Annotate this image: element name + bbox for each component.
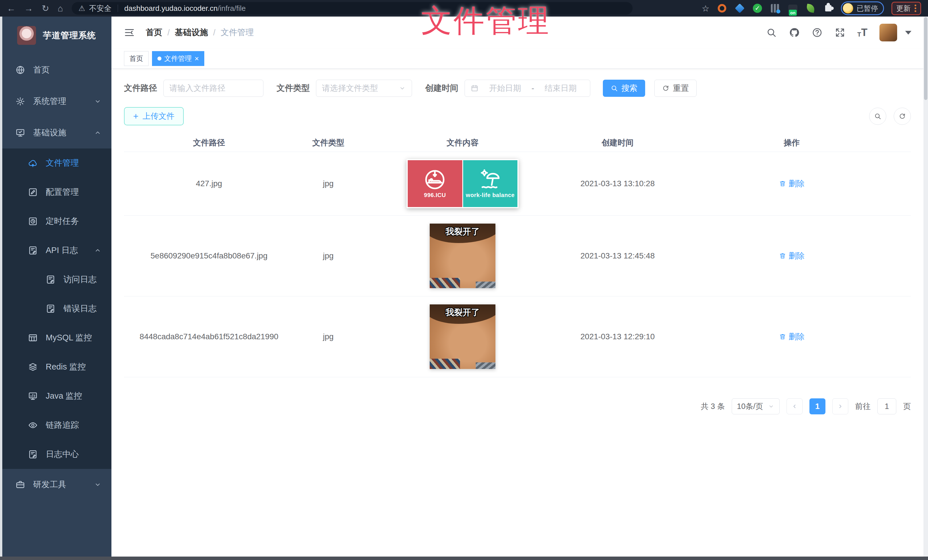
- upload-file-button[interactable]: + 上传文件: [124, 107, 184, 125]
- github-icon[interactable]: [789, 27, 800, 38]
- file-type-cell: jpg: [323, 179, 333, 188]
- file-path-input[interactable]: 请输入文件路径: [163, 80, 263, 97]
- file-preview-baby-meme[interactable]: 我裂开了: [430, 224, 495, 288]
- log-icon: [46, 275, 55, 285]
- browser-reload-icon[interactable]: ↻: [42, 4, 49, 13]
- next-page-button[interactable]: [832, 399, 848, 414]
- page-unit-label: 页: [903, 401, 911, 411]
- goto-page-input[interactable]: 1: [878, 399, 896, 414]
- sidebar-item-scheduled-jobs[interactable]: 定时任务: [2, 207, 111, 236]
- font-size-icon[interactable]: TT: [858, 27, 867, 38]
- extension-bars-icon[interactable]: [770, 3, 780, 14]
- breadcrumb-home[interactable]: 首页: [146, 27, 162, 38]
- sidebar-item-dev-tools[interactable]: 研发工具: [2, 469, 111, 500]
- delete-button[interactable]: 删除: [779, 178, 804, 189]
- sidebar-item-access-logs[interactable]: 访问日志: [2, 265, 111, 294]
- col-file-content: 文件内容: [447, 137, 479, 148]
- create-time-cell: 2021-03-13 13:10:28: [581, 179, 655, 188]
- chevron-left-icon: [791, 403, 798, 410]
- toggle-search-button[interactable]: [869, 108, 886, 125]
- search-icon[interactable]: [766, 27, 777, 38]
- extension-blue-icon[interactable]: [734, 3, 745, 14]
- chevron-right-icon: [837, 403, 844, 410]
- close-icon[interactable]: ×: [195, 55, 199, 62]
- page-size-select[interactable]: 10条/页: [732, 399, 780, 414]
- browser-menu-dots-icon[interactable]: [914, 5, 916, 12]
- banner-left-996: 996.ICU: [408, 160, 462, 207]
- browser-forward-icon[interactable]: →: [24, 4, 33, 13]
- sidebar-item-mysql-monitor[interactable]: MySQL 监控: [2, 323, 111, 352]
- file-type-select[interactable]: 请选择文件类型: [316, 80, 412, 97]
- sidebar-item-system[interactable]: 系统管理: [2, 86, 111, 117]
- scrollbar-thumb[interactable]: [924, 17, 927, 100]
- page-scrollbar[interactable]: [923, 17, 928, 557]
- browser-back-icon[interactable]: ←: [7, 4, 16, 13]
- delete-button[interactable]: 删除: [779, 331, 804, 342]
- help-icon[interactable]: [812, 27, 823, 38]
- browser-home-icon[interactable]: ⌂: [58, 4, 63, 13]
- prev-page-button[interactable]: [786, 399, 803, 414]
- sidebar-item-redis-monitor[interactable]: Redis 监控: [2, 352, 111, 382]
- search-icon: [611, 85, 618, 92]
- trash-icon: [779, 180, 786, 187]
- sidebar-item-log-center[interactable]: 日志中心: [2, 440, 111, 469]
- file-type-label: 文件类型: [276, 82, 310, 94]
- tag-file-management[interactable]: 文件管理 ×: [152, 51, 204, 66]
- chevron-up-icon: [94, 247, 102, 254]
- user-avatar[interactable]: [879, 24, 897, 41]
- tag-home[interactable]: 首页: [124, 51, 148, 66]
- reset-button[interactable]: 重置: [654, 80, 697, 97]
- window-bottom-edge: [0, 557, 928, 560]
- extension-green-check-icon[interactable]: ✓: [752, 3, 763, 14]
- breadcrumb-infrastructure[interactable]: 基础设施: [175, 27, 208, 38]
- delete-button[interactable]: 删除: [779, 250, 804, 261]
- breadcrumb-current: 文件管理: [221, 27, 254, 38]
- date-range-picker[interactable]: 开始日期 - 结束日期: [465, 80, 590, 97]
- table-header-row: 文件路径 文件类型 文件内容 创建时间 操作: [124, 134, 911, 152]
- window-left-edge: [0, 17, 2, 557]
- beach-umbrella-icon: [479, 169, 502, 190]
- total-count: 共 3 条: [701, 401, 725, 411]
- log-icon: [28, 246, 38, 255]
- file-preview-996-banner[interactable]: 996.ICU work-life balance: [407, 159, 519, 208]
- sidebar-item-error-logs[interactable]: 错误日志: [2, 294, 111, 323]
- file-preview-baby-meme[interactable]: 我裂开了: [430, 304, 495, 369]
- search-button[interactable]: 搜索: [603, 80, 645, 97]
- fullscreen-icon[interactable]: [835, 27, 846, 38]
- main-area: 首页 / 基础设施 / 文件管理 TT 首页 文件管理 × 文件路径: [111, 17, 923, 557]
- sidebar-item-file-management[interactable]: 文件管理: [2, 149, 111, 178]
- sidebar-item-home[interactable]: 首页: [2, 54, 111, 86]
- sidebar-item-trace[interactable]: 链路追踪: [2, 411, 111, 440]
- browser-profile-chip[interactable]: 已暂停: [841, 2, 884, 15]
- bookmark-star-icon[interactable]: ☆: [702, 3, 710, 14]
- sidebar-item-java-monitor[interactable]: Java 监控: [2, 382, 111, 411]
- security-label: 不安全: [89, 3, 111, 14]
- meme-caption: 我裂开了: [430, 226, 495, 237]
- job-clock-icon: [28, 216, 38, 226]
- breadcrumb: 首页 / 基础设施 / 文件管理: [146, 27, 254, 38]
- extension-leaf-icon[interactable]: [806, 3, 816, 14]
- file-type-cell: jpg: [323, 251, 333, 260]
- browser-update-button[interactable]: 更新: [891, 2, 921, 15]
- sidebar-item-config-management[interactable]: 配置管理: [2, 178, 111, 207]
- security-warning-icon: ⚠: [79, 4, 85, 13]
- extension-puzzle-icon[interactable]: [823, 3, 833, 14]
- sidebar-item-api-logs[interactable]: API 日志: [2, 236, 111, 265]
- app-logo-row[interactable]: 芋道管理系统: [2, 17, 111, 54]
- sidebar-item-infrastructure[interactable]: 基础设施: [2, 117, 111, 149]
- trash-icon: [779, 333, 786, 340]
- avatar-caret-icon[interactable]: [905, 31, 911, 35]
- end-date-placeholder: 结束日期: [537, 83, 584, 94]
- file-path-cell: 5e8609290e915c4fa8b08e67.jpg: [151, 251, 268, 260]
- edit-icon: [28, 187, 38, 197]
- create-time-label: 创建时间: [425, 82, 458, 94]
- hamburger-icon[interactable]: [124, 27, 136, 38]
- extension-on-badge-icon[interactable]: on: [788, 3, 798, 14]
- refresh-table-button[interactable]: [894, 108, 911, 125]
- table-row: 5e8609290e915c4fa8b08e67.jpg jpg 我裂开了 20…: [124, 216, 911, 297]
- current-page-button[interactable]: 1: [809, 399, 826, 414]
- active-dot-icon: [157, 56, 162, 61]
- trash-icon: [779, 252, 786, 260]
- cloud-upload-icon: [28, 158, 38, 168]
- extension-orange-icon[interactable]: [717, 3, 727, 14]
